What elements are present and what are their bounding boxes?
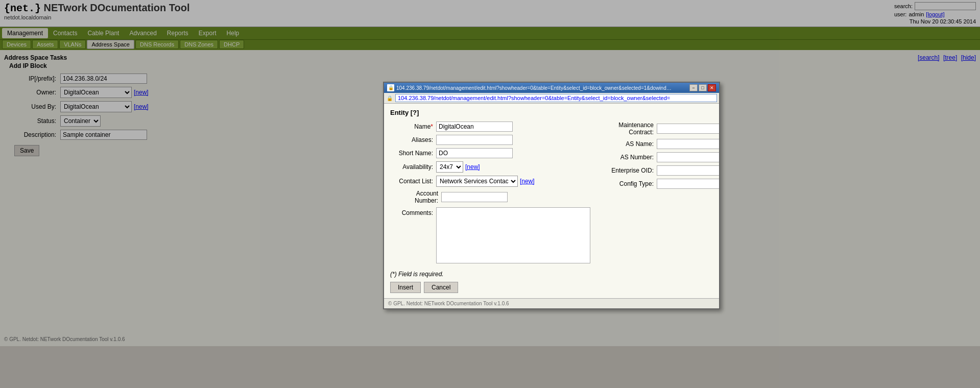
browser-icon: 🔒 bbox=[387, 84, 394, 91]
availability-row: Availability: 24x7 [new] bbox=[390, 161, 590, 173]
entity-title: Entity [?] bbox=[390, 109, 713, 116]
modal-buttons: Insert Cancel bbox=[390, 282, 713, 293]
aliases-label: Aliases: bbox=[390, 136, 436, 143]
short-name-label: Short Name: bbox=[390, 150, 436, 157]
insert-button[interactable]: Insert bbox=[390, 282, 421, 293]
enterprise-oid-row: Enterprise OID: bbox=[601, 165, 713, 176]
name-label: Name bbox=[390, 123, 436, 130]
aliases-input[interactable] bbox=[436, 135, 513, 145]
enterprise-oid-input[interactable] bbox=[657, 165, 719, 176]
contact-list-row: Contact List: Network Services Contacts … bbox=[390, 176, 590, 187]
required-note: (*) Field is required. bbox=[390, 271, 713, 278]
contact-list-new-link[interactable]: [new] bbox=[520, 178, 535, 185]
as-number-input[interactable] bbox=[657, 152, 719, 162]
modal-titlebar-url: 104.236.38.79/netdot/management/edit.htm… bbox=[396, 85, 672, 91]
maintenance-input[interactable] bbox=[657, 124, 719, 134]
availability-label: Availability: bbox=[390, 163, 436, 171]
comments-label: Comments: bbox=[390, 207, 436, 216]
modal-url-box[interactable]: 104.236.38.79/netdot/management/edit.htm… bbox=[395, 94, 717, 102]
account-number-input[interactable] bbox=[441, 192, 508, 202]
comments-textarea[interactable] bbox=[436, 207, 590, 263]
modal-addressbar: 🔒 104.236.38.79/netdot/management/edit.h… bbox=[384, 93, 719, 104]
config-type-row: Config Type: bbox=[601, 179, 713, 189]
maintenance-label: MaintenanceContract: bbox=[601, 122, 657, 136]
modal-titlebar: 🔒 104.236.38.79/netdot/management/edit.h… bbox=[384, 83, 719, 93]
account-number-row: AccountNumber: bbox=[390, 190, 590, 204]
entity-form: Name Aliases: Short Name: Availability: bbox=[390, 122, 713, 266]
maintenance-row: MaintenanceContract: bbox=[601, 122, 713, 136]
name-input[interactable] bbox=[436, 122, 513, 132]
modal-footer: © GPL. Netdot: NETwork DOcumentation Too… bbox=[384, 298, 719, 308]
account-number-label: AccountNumber: bbox=[390, 190, 441, 204]
config-type-input[interactable] bbox=[657, 179, 719, 189]
short-name-input[interactable] bbox=[436, 148, 513, 158]
contact-list-controls: Network Services Contacts [new] bbox=[436, 176, 535, 187]
modal-content: Entity [?] Name Aliases: Short Name: bbox=[384, 104, 719, 298]
contact-list-label: Contact List: bbox=[390, 178, 436, 185]
as-number-row: AS Number: bbox=[601, 152, 713, 162]
modal-titlebar-left: 🔒 104.236.38.79/netdot/management/edit.h… bbox=[387, 84, 672, 91]
availability-select[interactable]: 24x7 bbox=[436, 161, 463, 173]
modal-window: 🔒 104.236.38.79/netdot/management/edit.h… bbox=[383, 82, 720, 309]
contact-list-select[interactable]: Network Services Contacts bbox=[436, 176, 518, 187]
as-number-label: AS Number: bbox=[601, 154, 657, 161]
enterprise-oid-label: Enterprise OID: bbox=[601, 167, 657, 174]
minimize-button[interactable]: − bbox=[689, 84, 698, 91]
entity-right: MaintenanceContract: AS Name: AS Number:… bbox=[601, 122, 713, 266]
as-name-input[interactable] bbox=[657, 139, 719, 149]
config-type-label: Config Type: bbox=[601, 180, 657, 187]
comments-row: Comments: bbox=[390, 207, 590, 263]
as-name-row: AS Name: bbox=[601, 139, 713, 149]
page-icon: 🔒 bbox=[386, 94, 393, 102]
as-name-label: AS Name: bbox=[601, 140, 657, 148]
restore-button[interactable]: □ bbox=[699, 84, 707, 91]
close-button[interactable]: ✕ bbox=[708, 84, 716, 91]
cancel-button[interactable]: Cancel bbox=[424, 282, 458, 293]
short-name-row: Short Name: bbox=[390, 148, 590, 158]
entity-left: Name Aliases: Short Name: Availability: bbox=[390, 122, 590, 266]
aliases-row: Aliases: bbox=[390, 135, 590, 145]
availability-controls: 24x7 [new] bbox=[436, 161, 480, 173]
modal-titlebar-controls: − □ ✕ bbox=[689, 84, 716, 91]
name-row: Name bbox=[390, 122, 590, 132]
availability-new-link[interactable]: [new] bbox=[465, 163, 480, 171]
